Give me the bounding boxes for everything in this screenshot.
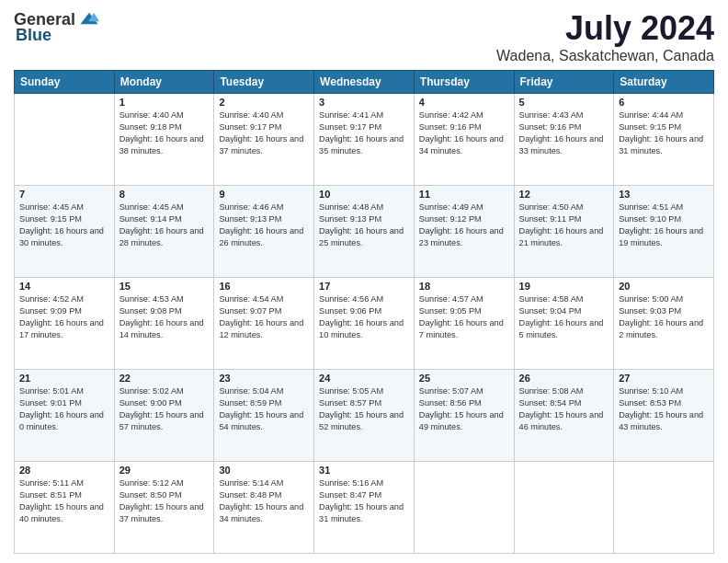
table-row: 29 Sunrise: 5:12 AM Sunset: 8:50 PM Dayl… [114, 462, 214, 554]
table-row: 24 Sunrise: 5:05 AM Sunset: 8:57 PM Dayl… [314, 370, 415, 462]
sunset-text: Sunset: 9:01 PM [19, 397, 109, 409]
table-row [614, 462, 714, 554]
daylight-text: Daylight: 15 hours and 43 minutes. [619, 409, 709, 433]
daylight-text: Daylight: 16 hours and 25 minutes. [319, 225, 409, 249]
sunrise-text: Sunrise: 5:14 AM [219, 477, 309, 489]
day-number: 12 [519, 189, 609, 200]
day-info: Sunrise: 4:40 AM Sunset: 9:18 PM Dayligh… [119, 109, 210, 157]
month-title: July 2024 [496, 9, 714, 48]
daylight-text: Daylight: 16 hours and 30 minutes. [19, 225, 109, 249]
daylight-text: Daylight: 16 hours and 0 minutes. [19, 409, 109, 433]
sunrise-text: Sunrise: 4:44 AM [619, 109, 709, 121]
table-row: 4 Sunrise: 4:42 AM Sunset: 9:16 PM Dayli… [414, 94, 514, 186]
day-number: 13 [619, 189, 709, 200]
sunset-text: Sunset: 9:18 PM [119, 121, 210, 133]
table-row: 2 Sunrise: 4:40 AM Sunset: 9:17 PM Dayli… [214, 94, 314, 186]
table-row: 19 Sunrise: 4:58 AM Sunset: 9:04 PM Dayl… [514, 278, 614, 370]
sunrise-text: Sunrise: 4:40 AM [219, 109, 309, 121]
day-number: 28 [19, 465, 109, 476]
calendar-week-3: 21 Sunrise: 5:01 AM Sunset: 9:01 PM Dayl… [15, 370, 714, 462]
col-saturday: Saturday [614, 71, 714, 94]
sunset-text: Sunset: 8:56 PM [419, 397, 509, 409]
day-info: Sunrise: 4:42 AM Sunset: 9:16 PM Dayligh… [419, 109, 509, 157]
day-number: 14 [19, 281, 109, 292]
day-info: Sunrise: 5:02 AM Sunset: 9:00 PM Dayligh… [119, 385, 210, 433]
day-info: Sunrise: 4:57 AM Sunset: 9:05 PM Dayligh… [419, 293, 509, 341]
table-row: 25 Sunrise: 5:07 AM Sunset: 8:56 PM Dayl… [414, 370, 514, 462]
col-thursday: Thursday [414, 71, 514, 94]
table-row: 1 Sunrise: 4:40 AM Sunset: 9:18 PM Dayli… [114, 94, 214, 186]
logo: General Blue [14, 9, 99, 45]
table-row: 16 Sunrise: 4:54 AM Sunset: 9:07 PM Dayl… [214, 278, 314, 370]
col-wednesday: Wednesday [314, 71, 415, 94]
daylight-text: Daylight: 16 hours and 10 minutes. [319, 317, 409, 341]
daylight-text: Daylight: 15 hours and 46 minutes. [519, 409, 609, 433]
sunset-text: Sunset: 9:04 PM [519, 305, 609, 317]
daylight-text: Daylight: 15 hours and 52 minutes. [319, 409, 409, 433]
sunset-text: Sunset: 8:47 PM [319, 489, 409, 501]
sunrise-text: Sunrise: 4:45 AM [119, 201, 210, 213]
daylight-text: Daylight: 16 hours and 21 minutes. [519, 225, 609, 249]
day-info: Sunrise: 4:48 AM Sunset: 9:13 PM Dayligh… [319, 201, 409, 249]
sunrise-text: Sunrise: 4:54 AM [219, 293, 309, 305]
day-info: Sunrise: 5:12 AM Sunset: 8:50 PM Dayligh… [119, 477, 210, 525]
table-row: 10 Sunrise: 4:48 AM Sunset: 9:13 PM Dayl… [314, 186, 415, 278]
day-number: 17 [319, 281, 409, 292]
daylight-text: Daylight: 15 hours and 31 minutes. [319, 501, 409, 525]
daylight-text: Daylight: 16 hours and 14 minutes. [119, 317, 210, 341]
table-row: 18 Sunrise: 4:57 AM Sunset: 9:05 PM Dayl… [414, 278, 514, 370]
day-info: Sunrise: 4:52 AM Sunset: 9:09 PM Dayligh… [19, 293, 109, 341]
daylight-text: Daylight: 15 hours and 49 minutes. [419, 409, 509, 433]
daylight-text: Daylight: 16 hours and 5 minutes. [519, 317, 609, 341]
day-number: 6 [619, 97, 709, 108]
day-number: 4 [419, 97, 509, 108]
day-number: 3 [319, 97, 409, 108]
day-info: Sunrise: 4:58 AM Sunset: 9:04 PM Dayligh… [519, 293, 609, 341]
day-number: 30 [219, 465, 309, 476]
sunset-text: Sunset: 9:06 PM [319, 305, 409, 317]
day-number: 20 [619, 281, 709, 292]
day-info: Sunrise: 4:54 AM Sunset: 9:07 PM Dayligh… [219, 293, 309, 341]
sunrise-text: Sunrise: 4:48 AM [319, 201, 409, 213]
sunset-text: Sunset: 8:57 PM [319, 397, 409, 409]
sunrise-text: Sunrise: 4:51 AM [619, 201, 709, 213]
sunset-text: Sunset: 9:16 PM [419, 121, 509, 133]
day-info: Sunrise: 5:08 AM Sunset: 8:54 PM Dayligh… [519, 385, 609, 433]
header-row: Sunday Monday Tuesday Wednesday Thursday… [15, 71, 714, 94]
day-number: 31 [319, 465, 409, 476]
sunset-text: Sunset: 9:00 PM [119, 397, 210, 409]
location-title: Wadena, Saskatchewan, Canada [496, 48, 714, 64]
day-info: Sunrise: 4:50 AM Sunset: 9:11 PM Dayligh… [519, 201, 609, 249]
sunrise-text: Sunrise: 5:02 AM [119, 385, 210, 397]
day-number: 11 [419, 189, 509, 200]
sunset-text: Sunset: 8:48 PM [219, 489, 309, 501]
sunrise-text: Sunrise: 4:40 AM [119, 109, 210, 121]
sunset-text: Sunset: 9:17 PM [319, 121, 409, 133]
daylight-text: Daylight: 15 hours and 40 minutes. [19, 501, 109, 525]
day-info: Sunrise: 4:41 AM Sunset: 9:17 PM Dayligh… [319, 109, 409, 157]
table-row: 7 Sunrise: 4:45 AM Sunset: 9:15 PM Dayli… [15, 186, 115, 278]
day-number: 1 [119, 97, 210, 108]
day-info: Sunrise: 4:49 AM Sunset: 9:12 PM Dayligh… [419, 201, 509, 249]
day-number: 8 [119, 189, 210, 200]
day-info: Sunrise: 4:53 AM Sunset: 9:08 PM Dayligh… [119, 293, 210, 341]
sunset-text: Sunset: 9:17 PM [219, 121, 309, 133]
day-info: Sunrise: 4:45 AM Sunset: 9:15 PM Dayligh… [19, 201, 109, 249]
day-number: 24 [319, 373, 409, 384]
table-row: 22 Sunrise: 5:02 AM Sunset: 9:00 PM Dayl… [114, 370, 214, 462]
sunrise-text: Sunrise: 4:42 AM [419, 109, 509, 121]
table-row: 27 Sunrise: 5:10 AM Sunset: 8:53 PM Dayl… [614, 370, 714, 462]
sunset-text: Sunset: 9:12 PM [419, 213, 509, 225]
table-row: 28 Sunrise: 5:11 AM Sunset: 8:51 PM Dayl… [15, 462, 115, 554]
sunrise-text: Sunrise: 4:57 AM [419, 293, 509, 305]
sunset-text: Sunset: 9:09 PM [19, 305, 109, 317]
sunset-text: Sunset: 8:50 PM [119, 489, 210, 501]
day-number: 22 [119, 373, 210, 384]
daylight-text: Daylight: 16 hours and 23 minutes. [419, 225, 509, 249]
sunset-text: Sunset: 8:53 PM [619, 397, 709, 409]
daylight-text: Daylight: 15 hours and 34 minutes. [219, 501, 309, 525]
col-sunday: Sunday [15, 71, 115, 94]
table-row: 30 Sunrise: 5:14 AM Sunset: 8:48 PM Dayl… [214, 462, 314, 554]
sunset-text: Sunset: 9:15 PM [619, 121, 709, 133]
table-row: 20 Sunrise: 5:00 AM Sunset: 9:03 PM Dayl… [614, 278, 714, 370]
